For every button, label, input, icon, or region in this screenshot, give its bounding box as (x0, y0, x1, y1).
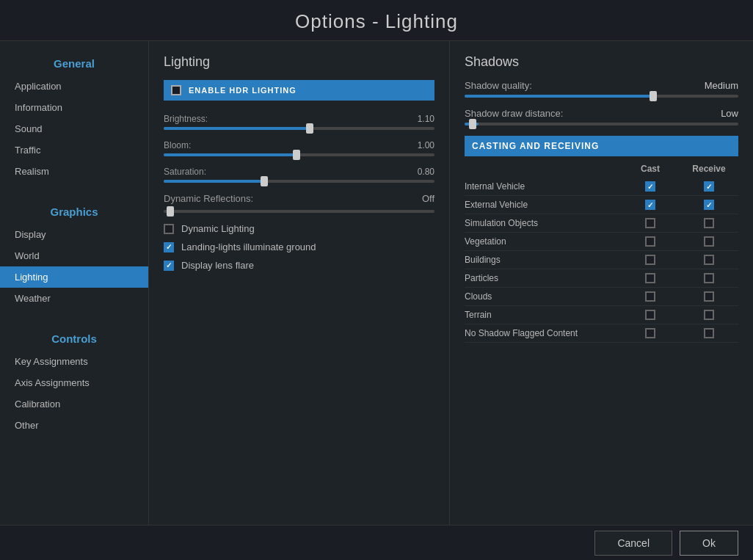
sidebar-item-application[interactable]: Application (0, 76, 148, 97)
receive-checkbox-vegetation[interactable] (704, 236, 714, 247)
sidebar-item-lighting[interactable]: Lighting (0, 266, 148, 288)
receive-cell-buildings (680, 255, 738, 265)
cast-cell-simulation-objects (621, 218, 680, 228)
ok-button[interactable]: Ok (680, 531, 738, 556)
check-label-landing-lights: Landing-lights illuminate ground (181, 241, 316, 252)
cast-table: Cast Receive Internal Vehicle ✓ ✓ Extern… (465, 164, 738, 343)
sidebar-item-other[interactable]: Other (0, 415, 148, 436)
cast-checkbox-vegetation[interactable] (645, 236, 655, 247)
sidebar-item-realism[interactable]: Realism (0, 161, 148, 182)
sidebar: GeneralApplicationInformationSoundTraffi… (0, 41, 149, 526)
sidebar-item-weather[interactable]: Weather (0, 288, 148, 309)
check-row-lens-flare[interactable]: ✓ Display lens flare (164, 260, 434, 271)
shadows-panel: Shadows Shadow quality: Medium Shadow dr… (450, 41, 753, 526)
slider-header-saturation: Saturation: 0.80 (164, 167, 434, 177)
check-row-landing-lights[interactable]: ✓ Landing-lights illuminate ground (164, 241, 434, 252)
sidebar-item-key-assignments[interactable]: Key Assignments (0, 351, 148, 372)
slider-label-brightness: Brightness: (164, 114, 208, 124)
cast-checkbox-buildings[interactable] (645, 255, 655, 265)
cast-checkbox-external-vehicle[interactable]: ✓ (645, 200, 655, 210)
sidebar-item-world[interactable]: World (0, 245, 148, 266)
cast-row-label-vegetation: Vegetation (465, 236, 621, 247)
slider-thumb-saturation[interactable] (261, 176, 268, 186)
bottom-bar: Cancel Ok (0, 525, 753, 560)
cast-cell-buildings (621, 255, 680, 265)
hdr-button[interactable]: ENABLE HDR LIGHTING (164, 80, 434, 101)
cast-cell-no-shadow-flagged (621, 328, 680, 338)
cast-checkbox-terrain[interactable] (645, 310, 655, 320)
slider-header-brightness: Brightness: 1.10 (164, 114, 434, 124)
slider-thumb-brightness[interactable] (306, 123, 313, 134)
sidebar-item-information[interactable]: Information (0, 97, 148, 118)
checkbox-landing-lights[interactable]: ✓ (164, 242, 174, 252)
dynamic-reflections-value: Off (422, 193, 434, 204)
cast-checkbox-particles[interactable] (645, 273, 655, 283)
slider-fill-saturation (164, 180, 266, 183)
cast-cell-external-vehicle: ✓ (621, 200, 680, 210)
sidebar-item-display[interactable]: Display (0, 224, 148, 245)
slider-track-saturation[interactable] (164, 180, 434, 183)
slider-value-brightness: 1.10 (418, 114, 434, 124)
hdr-label: ENABLE HDR LIGHTING (189, 86, 297, 95)
receive-checkbox-external-vehicle[interactable]: ✓ (704, 200, 714, 210)
slider-header-bloom: Bloom: 1.00 (164, 140, 434, 150)
receive-checkbox-buildings[interactable] (704, 255, 714, 265)
receive-cell-simulation-objects (680, 218, 738, 228)
dynamic-reflections-thumb[interactable] (167, 206, 174, 217)
checkbox-dynamic-lighting[interactable] (164, 224, 174, 234)
sidebar-group-title-general: General (0, 48, 148, 76)
check-row-dynamic-lighting[interactable]: Dynamic Lighting (164, 223, 434, 234)
receive-cell-vegetation (680, 236, 738, 247)
lighting-panel-title: Lighting (164, 54, 434, 70)
shadow-draw-thumb[interactable] (469, 119, 476, 129)
cast-row-simulation-objects: Simulation Objects (465, 214, 738, 233)
receive-checkmark-internal-vehicle: ✓ (706, 183, 712, 191)
cast-row-buildings: Buildings (465, 251, 738, 269)
cast-cell-vegetation (621, 236, 680, 247)
cast-row-label-external-vehicle: External Vehicle (465, 200, 621, 210)
dynamic-reflections-label: Dynamic Reflections: (164, 193, 253, 204)
cancel-button[interactable]: Cancel (594, 531, 672, 556)
slider-fill-bloom (164, 153, 299, 156)
cast-row-external-vehicle: External Vehicle ✓ ✓ (465, 196, 738, 214)
cast-row-terrain: Terrain (465, 306, 738, 324)
sidebar-divider (0, 436, 148, 451)
shadow-draw-value: Low (721, 108, 738, 119)
cast-checkbox-no-shadow-flagged[interactable] (645, 328, 655, 338)
check-label-lens-flare: Display lens flare (181, 260, 254, 271)
receive-checkbox-clouds[interactable] (704, 291, 714, 302)
shadow-quality-row: Shadow quality: Medium (465, 80, 738, 91)
receive-checkbox-terrain[interactable] (704, 310, 714, 320)
checkmark-lens-flare: ✓ (166, 261, 172, 269)
cast-checkbox-simulation-objects[interactable] (645, 218, 655, 228)
page-title: Options - Lighting (0, 10, 753, 33)
cast-table-header: Cast Receive (465, 164, 738, 178)
sidebar-item-axis-assignments[interactable]: Axis Assignments (0, 372, 148, 393)
sidebar-item-traffic[interactable]: Traffic (0, 139, 148, 161)
shadow-quality-track[interactable] (465, 95, 738, 98)
cast-checkbox-internal-vehicle[interactable]: ✓ (645, 181, 655, 192)
receive-cell-clouds (680, 291, 738, 302)
cast-row-particles: Particles (465, 269, 738, 288)
sidebar-item-calibration[interactable]: Calibration (0, 393, 148, 415)
cast-row-label-internal-vehicle: Internal Vehicle (465, 181, 621, 192)
slider-track-bloom[interactable] (164, 153, 434, 156)
shadow-quality-value: Medium (705, 80, 738, 91)
cast-cell-clouds (621, 291, 680, 302)
shadow-draw-track[interactable] (465, 123, 738, 126)
cast-checkbox-clouds[interactable] (645, 291, 655, 302)
receive-checkbox-internal-vehicle[interactable]: ✓ (704, 181, 714, 192)
receive-checkbox-simulation-objects[interactable] (704, 218, 714, 228)
dynamic-reflections-track[interactable] (164, 210, 434, 213)
receive-checkbox-particles[interactable] (704, 273, 714, 283)
shadow-quality-thumb[interactable] (650, 91, 657, 101)
sidebar-item-sound[interactable]: Sound (0, 118, 148, 139)
cast-checkmark-internal-vehicle: ✓ (647, 183, 653, 191)
slider-track-brightness[interactable] (164, 127, 434, 130)
checkbox-lens-flare[interactable]: ✓ (164, 261, 174, 271)
receive-checkbox-no-shadow-flagged[interactable] (704, 328, 714, 338)
slider-label-bloom: Bloom: (164, 140, 191, 150)
shadow-draw-label: Shadow draw distance: (465, 108, 563, 119)
cast-col-cast-header: Cast (621, 164, 680, 174)
slider-thumb-bloom[interactable] (293, 150, 300, 160)
